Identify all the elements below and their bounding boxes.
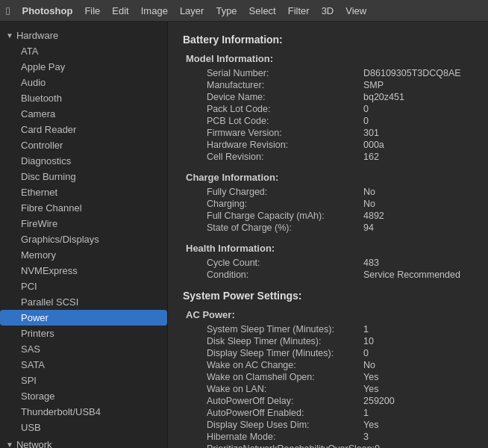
cycle-count-label: Cycle Count:: [207, 258, 363, 268]
disk-sleep-label: Disk Sleep Timer (Minutes):: [207, 336, 363, 346]
manufacturer-value: SMP: [363, 80, 384, 90]
autopoweroff-delay-value: 259200: [363, 396, 395, 406]
sidebar-item-parallelscsi[interactable]: Parallel SCSI: [0, 294, 167, 310]
table-row: Hibernate Mode: 3: [195, 431, 473, 443]
wake-clamshell-value: Yes: [363, 372, 378, 382]
autopoweroff-enabled-label: AutoPowerOff Enabled:: [207, 408, 363, 418]
ac-power-section-title: AC Power:: [186, 309, 473, 320]
menu-view[interactable]: View: [345, 5, 366, 16]
table-row: Serial Number: D86109305T3DCQ8AE: [195, 67, 473, 79]
sidebar-item-printers[interactable]: Printers: [0, 326, 167, 341]
sidebar-item-ata[interactable]: ATA: [0, 43, 167, 59]
autopoweroff-enabled-value: 1: [363, 408, 369, 418]
wake-clamshell-label: Wake on Clamshell Open:: [207, 372, 363, 382]
sidebar-item-spi[interactable]: SPI: [0, 373, 167, 388]
model-section-title: Model Information:: [186, 53, 473, 64]
hardware-rev-label: Hardware Revision:: [207, 140, 363, 150]
menu-3d[interactable]: 3D: [322, 5, 334, 16]
table-row: Wake on Clamshell Open: Yes: [195, 371, 473, 383]
sidebar-item-sata[interactable]: SATA: [0, 357, 167, 373]
sidebar-item-fibrechannel[interactable]: Fibre Channel: [0, 200, 167, 216]
sidebar-item-pci[interactable]: PCI: [0, 279, 167, 294]
table-row: Condition: Service Recommended: [195, 269, 473, 281]
hibernate-mode-label: Hibernate Mode:: [207, 432, 363, 442]
sidebar-item-graphicsdisplays[interactable]: Graphics/Displays: [0, 231, 167, 247]
display-sleep-label: Display Sleep Timer (Minutes):: [207, 348, 363, 358]
system-sleep-value: 1: [363, 324, 369, 335]
sidebar-item-bluetooth[interactable]: Bluetooth: [0, 90, 167, 106]
state-of-charge-value: 94: [363, 223, 374, 233]
wake-ac-label: Wake on AC Change:: [207, 360, 363, 370]
table-row: PCB Lot Code: 0: [195, 115, 473, 127]
sidebar-item-memory[interactable]: Memory: [0, 247, 167, 263]
battery-info-title: Battery Information:: [183, 34, 473, 46]
sidebar-item-camera[interactable]: Camera: [0, 106, 167, 122]
menu-image[interactable]: Image: [141, 5, 168, 16]
sidebar-item-storage[interactable]: Storage: [0, 388, 167, 404]
table-row: Charging: No: [195, 198, 473, 210]
table-row: PrioritizeNetworkReachabilityOverSleep: …: [195, 443, 473, 448]
content-area: Battery Information: Model Information: …: [168, 22, 488, 448]
menu-filter[interactable]: Filter: [288, 5, 310, 16]
apple-icon[interactable]: : [6, 4, 10, 17]
cell-rev-value: 162: [363, 152, 379, 162]
table-row: Disk Sleep Timer (Minutes): 10: [195, 335, 473, 347]
ac-power-block: AC Power: System Sleep Timer (Minutes): …: [183, 309, 473, 448]
sidebar-item-controller[interactable]: Controller: [0, 137, 167, 153]
health-rows: Cycle Count: 483 Condition: Service Reco…: [195, 257, 473, 281]
table-row: AutoPowerOff Enabled: 1: [195, 407, 473, 419]
table-row: Wake on LAN: Yes: [195, 383, 473, 395]
condition-value: Service Recommended: [363, 270, 460, 280]
table-row: Display Sleep Timer (Minutes): 0: [195, 347, 473, 359]
sidebar-item-nvmexpress[interactable]: NVMExpress: [0, 263, 167, 279]
cell-rev-label: Cell Revision:: [207, 152, 363, 162]
table-row: Wake on AC Change: No: [195, 359, 473, 371]
wake-ac-value: No: [363, 360, 375, 370]
menu-edit[interactable]: Edit: [112, 5, 128, 16]
prioritize-network-label: PrioritizeNetworkReachabilityOverSleep:: [207, 444, 375, 448]
menu-file[interactable]: File: [84, 5, 100, 16]
wake-lan-label: Wake on LAN:: [207, 384, 363, 394]
charge-rows: Fully Charged: No Charging: No Full Char…: [195, 186, 473, 234]
sidebar-item-applepay[interactable]: Apple Pay: [0, 59, 167, 75]
sidebar-item-firewire[interactable]: FireWire: [0, 216, 167, 231]
menu-type[interactable]: Type: [216, 5, 237, 16]
hibernate-mode-value: 3: [363, 432, 369, 442]
menu-layer[interactable]: Layer: [180, 5, 204, 16]
system-sleep-label: System Sleep Timer (Minutes):: [207, 324, 363, 335]
sidebar-item-audio[interactable]: Audio: [0, 75, 167, 90]
table-row: Pack Lot Code: 0: [195, 103, 473, 115]
wake-lan-value: Yes: [363, 384, 378, 394]
manufacturer-label: Manufacturer:: [207, 80, 363, 90]
sidebar: ▼ Hardware ATA Apple Pay Audio Bluetooth…: [0, 22, 168, 448]
device-name-label: Device Name:: [207, 92, 363, 102]
firmware-label: Firmware Version:: [207, 128, 363, 138]
sidebar-item-diagnostics[interactable]: Diagnostics: [0, 153, 167, 169]
charge-section-title: Charge Information:: [186, 172, 473, 183]
ac-power-rows: System Sleep Timer (Minutes): 1 Disk Sle…: [195, 323, 473, 448]
table-row: Device Name: bq20z451: [195, 91, 473, 103]
menu-select[interactable]: Select: [249, 5, 276, 16]
pack-lot-value: 0: [363, 104, 369, 114]
table-row: State of Charge (%): 94: [195, 222, 473, 234]
sidebar-item-cardreader[interactable]: Card Reader: [0, 122, 167, 137]
sidebar-group-hardware[interactable]: ▼ Hardware: [0, 28, 167, 43]
sidebar-item-ethernet[interactable]: Ethernet: [0, 184, 167, 200]
fully-charged-label: Fully Charged:: [207, 187, 363, 197]
sidebar-group-network-label: Network: [16, 439, 52, 448]
table-row: Cell Revision: 162: [195, 151, 473, 163]
sidebar-item-power[interactable]: Power: [0, 310, 167, 326]
serial-value: D86109305T3DCQ8AE: [363, 68, 461, 78]
pcb-lot-label: PCB Lot Code:: [207, 116, 363, 126]
sidebar-item-usb[interactable]: USB: [0, 420, 167, 435]
sidebar-item-sas[interactable]: SAS: [0, 341, 167, 357]
sidebar-item-thunderbolt[interactable]: Thunderbolt/USB4: [0, 404, 167, 420]
sidebar-group-network[interactable]: ▼ Network: [0, 437, 167, 448]
chevron-network-icon: ▼: [6, 441, 13, 448]
display-sleep-dim-value: Yes: [363, 420, 378, 430]
sidebar-section-hardware: ▼ Hardware ATA Apple Pay Audio Bluetooth…: [0, 28, 167, 435]
menu-app-name[interactable]: Photoshop: [22, 5, 72, 16]
sidebar-item-discburning[interactable]: Disc Burning: [0, 169, 167, 184]
disk-sleep-value: 10: [363, 336, 374, 346]
prioritize-network-value: 0: [375, 444, 380, 448]
